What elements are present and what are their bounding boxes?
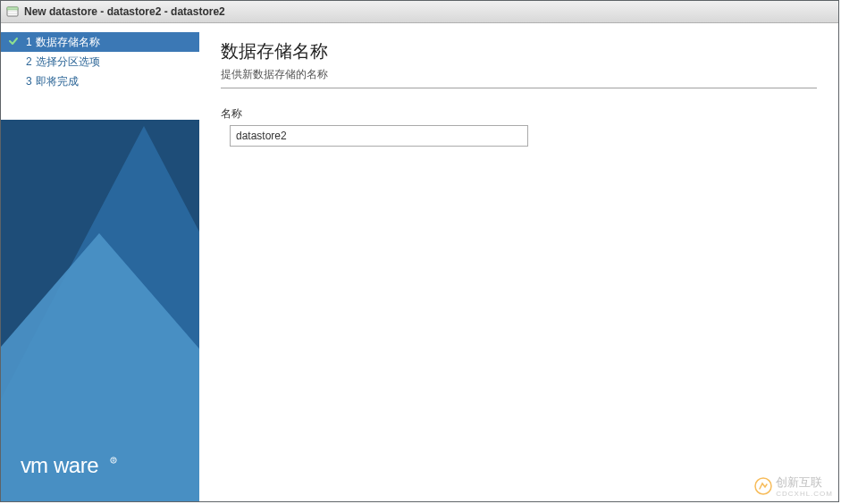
check-icon <box>8 36 19 46</box>
step-label: 选择分区选项 <box>36 55 100 70</box>
datastore-name-input[interactable] <box>230 125 528 147</box>
watermark-sub: CDCXHL.COM <box>776 491 833 498</box>
step-label: 数据存储名称 <box>36 35 100 50</box>
step-label: 即将完成 <box>36 74 79 89</box>
watermark-brand: 创新互联 <box>776 475 822 489</box>
step-datastore-name[interactable]: 1 数据存储名称 <box>1 32 199 52</box>
svg-rect-1 <box>7 7 18 10</box>
window-title: New datastore - datastore2 - datastore2 <box>24 5 225 18</box>
svg-point-8 <box>755 478 771 494</box>
step-number: 3 <box>26 75 32 88</box>
titlebar: New datastore - datastore2 - datastore2 <box>1 1 838 23</box>
dialog-window: New datastore - datastore2 - datastore2 … <box>0 0 839 502</box>
datastore-icon <box>6 5 19 18</box>
vmware-logo: vm ware R <box>21 455 155 482</box>
watermark-icon <box>754 477 772 495</box>
wizard-sidebar: 1 数据存储名称 2 选择分区选项 3 即将完成 vm ware R <box>1 23 199 501</box>
step-number: 2 <box>26 55 32 68</box>
step-number: 1 <box>26 36 32 48</box>
wizard-content: 数据存储名称 提供新数据存储的名称 名称 <box>199 23 838 501</box>
watermark: 创新互联 CDCXHL.COM <box>754 475 833 498</box>
svg-text:ware: ware <box>53 455 98 477</box>
name-label: 名称 <box>221 106 817 122</box>
step-partition-options[interactable]: 2 选择分区选项 <box>1 52 199 71</box>
svg-text:vm: vm <box>21 455 47 477</box>
dialog-body: 1 数据存储名称 2 选择分区选项 3 即将完成 vm ware R <box>1 23 838 501</box>
page-subtitle: 提供新数据存储的名称 <box>221 67 817 82</box>
page-title: 数据存储名称 <box>221 39 817 63</box>
step-ready-complete[interactable]: 3 即将完成 <box>1 71 199 91</box>
separator <box>221 88 817 88</box>
wizard-steps: 1 数据存储名称 2 选择分区选项 3 即将完成 <box>1 32 199 91</box>
